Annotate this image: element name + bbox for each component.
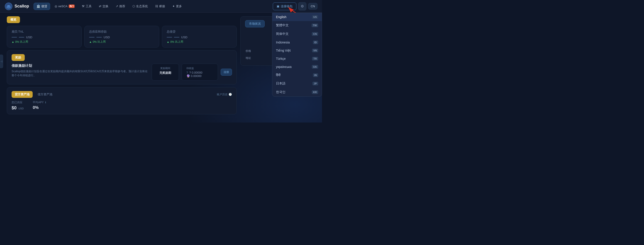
nav-lend[interactable]: 🏦 借贷 xyxy=(34,3,50,10)
supplied-stat: 您已供应 $0 USD xyxy=(12,101,24,110)
lang-flag-us: US xyxy=(312,15,318,19)
lang-flag-jp: JP xyxy=(312,82,318,85)
logo-text: Scallop xyxy=(14,4,29,8)
tvl-label: 扇贝 TVL xyxy=(12,30,77,34)
pending-label: 待收益 xyxy=(186,67,213,70)
bridge-icon: ⛓ xyxy=(155,4,158,8)
reward-period-label: 奖励期间 xyxy=(156,67,174,70)
language-dropdown: English US 繁體中文 TW 简体中文 CN Indonesia ID … xyxy=(272,13,322,97)
sidebar-toggle-icon: ◁ xyxy=(1,60,2,62)
tvl-dash xyxy=(12,37,17,38)
borrow-arrow-icon: ▲ xyxy=(167,40,170,43)
earnings-row1: ? ? 0.00000 xyxy=(186,71,213,74)
pools-header: 贷方资产池 借方资产池 账户历史 🕐 xyxy=(12,91,232,98)
logo-area: Scallop xyxy=(4,2,29,10)
supply-card: 总供应和存款 USD ▲ 0% 比上周 xyxy=(84,26,159,47)
supplied-value: $0 xyxy=(12,105,16,110)
borrow-pool-tab[interactable]: 借方资产池 xyxy=(34,91,56,98)
lang-item-vi[interactable]: Tiếng Việt VN xyxy=(272,46,322,55)
lang-flag-ua: UA xyxy=(312,65,318,69)
settings-button[interactable]: ⚙ xyxy=(298,2,306,10)
tvl-dash2 xyxy=(19,37,24,38)
gear-icon: ⚙ xyxy=(301,4,304,8)
supply-dash2 xyxy=(96,37,102,38)
lang-item-en[interactable]: English US xyxy=(272,13,322,21)
left-panel: 概览 扇贝 TVL USD ▲ 0% 比上周 总供应和存款 xyxy=(7,16,237,114)
lang-item-hi[interactable]: हिंदी IN xyxy=(272,71,322,79)
pools-section: 贷方资产池 借方资产池 账户历史 🕐 您已供应 $0 USD 平均 xyxy=(7,87,237,114)
info-icon: ℹ xyxy=(45,101,46,104)
sidebar-toggle[interactable]: ◁ xyxy=(0,55,3,68)
pending-earnings-stat: 待收益 ? ? 0.00000 🔮 0.00000 xyxy=(182,64,218,81)
incentive-description: 借款激励计划 Scallop借款激励计划旨在通过在奖励期内提供额外的有限SUI代… xyxy=(12,64,148,81)
nav-vesca[interactable]: ◎ veSCA 热门 xyxy=(52,3,77,9)
nav-tools[interactable]: ⚒ 工具 xyxy=(79,3,94,10)
borrow-dash2 xyxy=(174,37,179,38)
reward-period-stat: 奖励期间 无奖励期 xyxy=(152,64,179,81)
lang-item-id[interactable]: Indonesia ID xyxy=(272,38,322,46)
lang-item-ko[interactable]: 한국인 KR xyxy=(272,88,322,96)
lang-flag-vn: VN xyxy=(312,49,318,52)
avg-apy-value: 0% xyxy=(33,105,46,110)
incentive-connect-button[interactable]: 连接 xyxy=(221,69,232,76)
vesca-icon: ◎ xyxy=(55,4,57,8)
avg-apy-stat: 平均APY ℹ 0% xyxy=(33,101,46,110)
swap-icon: ⇄ xyxy=(99,4,101,8)
supply-label: 总供应和存款 xyxy=(89,30,154,34)
borrow-label: 总借贷 xyxy=(167,30,232,34)
lang-item-ja[interactable]: 日本語 JP xyxy=(272,79,322,88)
stats-row: 扇贝 TVL USD ▲ 0% 比上周 总供应和存款 USD xyxy=(7,26,237,47)
incentive-content: 借款激励计划 Scallop借款激励计划旨在通过在奖励期内提供额外的有限SUI代… xyxy=(12,64,232,81)
clock-icon: 🕐 xyxy=(228,93,232,96)
incentive-title: 借款激励计划 xyxy=(12,64,148,68)
avg-apy-label: 平均APY ℹ xyxy=(33,101,46,104)
earnings-row2: 🔮 0.00000 xyxy=(186,74,213,78)
supplied-value-row: $0 USD xyxy=(12,105,24,110)
nav-swap[interactable]: ⇄ 交换 xyxy=(96,3,111,10)
borrow-value-row: USD xyxy=(167,35,232,39)
tvl-value-row: USD xyxy=(12,35,77,39)
incentive-tab[interactable]: 奖励 xyxy=(12,54,25,61)
pool-stats-row: 您已供应 $0 USD 平均APY ℹ 0% xyxy=(12,101,232,110)
nav-recommend[interactable]: ↗ 推荐 xyxy=(113,3,128,10)
lang-flag-in: IN xyxy=(313,73,318,77)
question-mark-icon: ? xyxy=(186,71,188,74)
svg-point-3 xyxy=(7,5,10,6)
supplied-label: 您已供应 xyxy=(12,101,24,104)
tvl-currency: USD xyxy=(26,35,32,39)
lang-item-uk[interactable]: українська UA xyxy=(272,63,322,71)
incentive-header: 奖励 xyxy=(12,54,232,61)
borrow-currency: USD xyxy=(181,35,187,39)
borrow-change: ▲ 0% 比上周 xyxy=(167,40,232,44)
supply-dash xyxy=(89,37,94,38)
supply-currency: USD xyxy=(104,35,110,39)
tools-icon: ⚒ xyxy=(82,4,84,8)
wallet-icon: ▣ xyxy=(277,4,279,8)
lend-icon: 🏦 xyxy=(36,4,40,8)
ecosystem-icon: ⬡ xyxy=(132,4,135,8)
language-button[interactable]: CN xyxy=(308,3,318,9)
lang-flag-kr: KR xyxy=(312,90,318,94)
supply-value-row: USD xyxy=(89,35,154,39)
lang-item-zh-cn[interactable]: 简体中文 CN xyxy=(272,30,322,38)
tvl-change: ▲ 0% 比上周 xyxy=(12,40,77,44)
tvl-card: 扇贝 TVL USD ▲ 0% 比上周 xyxy=(7,26,82,47)
overview-header: 概览 xyxy=(7,16,237,23)
lang-item-zh-tw[interactable]: 繁體中文 TW xyxy=(272,21,322,30)
navbar: Scallop 🏦 借贷 ◎ veSCA 热门 ⚒ 工具 ⇄ 交换 ↗ 推荐 ⬡… xyxy=(0,0,322,13)
account-history-link[interactable]: 账户历史 🕐 xyxy=(217,93,232,96)
tvl-arrow-icon: ▲ xyxy=(12,40,14,43)
lang-item-tr[interactable]: Türkçe TR xyxy=(272,55,322,63)
nav-more[interactable]: ✦ 更多 xyxy=(170,3,184,10)
lend-pool-tab[interactable]: 贷方资产池 xyxy=(12,91,33,98)
lang-flag-cn: CN xyxy=(312,32,318,36)
connect-wallet-button[interactable]: ▣ 连接钱包 xyxy=(273,2,296,10)
incentive-card: 奖励 借款激励计划 Scallop借款激励计划旨在通过在奖励期内提供额外的有限S… xyxy=(7,50,237,84)
nav-bridge[interactable]: ⛓ 桥接 xyxy=(152,3,168,10)
reward-period-value: 无奖励期 xyxy=(156,71,174,75)
lang-flag-tr: TR xyxy=(312,57,318,60)
nav-ecosystem[interactable]: ⬡ 生态系统 xyxy=(130,3,150,10)
borrow-card: 总借贷 USD ▲ 0% 比上周 xyxy=(162,26,237,47)
market-status-button[interactable]: 市场状况 xyxy=(245,20,265,27)
overview-tab[interactable]: 概览 xyxy=(7,16,20,23)
